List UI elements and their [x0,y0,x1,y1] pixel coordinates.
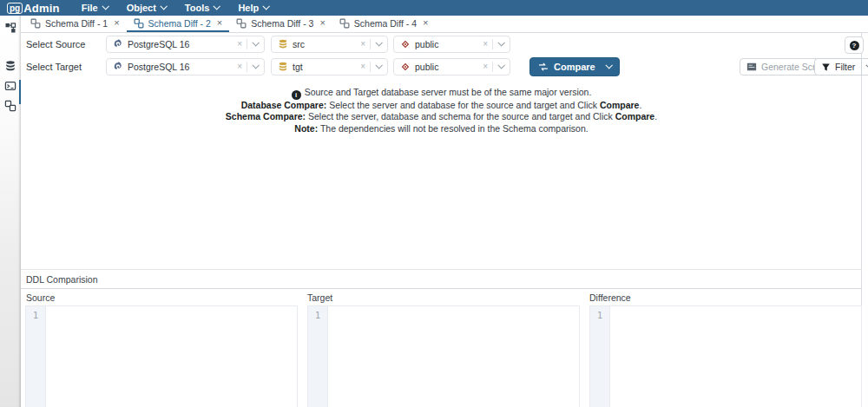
chevron-down-icon[interactable] [252,39,259,46]
compare-icon [538,62,549,72]
schema-diff-tab-icon [134,18,144,29]
menubar: pg Admin File Object Tools Help [0,0,868,16]
combo-value: PostgreSQL 16 [128,62,189,72]
schema-diff-instructions: iSource and Target database server must … [21,87,862,135]
chevron-down-icon[interactable] [375,62,382,69]
clear-icon[interactable]: × [237,40,242,49]
script-icon [746,62,757,72]
filter-button: Filter [814,58,868,75]
menu-file[interactable]: File [72,3,117,13]
combo-divider [247,39,247,49]
chevron-down-icon [160,3,167,10]
tab-label: Schema Diff - 4 [354,18,417,29]
clear-icon[interactable]: × [483,40,488,49]
combo-divider [370,62,371,72]
menu-list: File Object Tools Help [72,3,279,13]
clear-icon[interactable]: × [360,62,365,71]
chevron-down-icon[interactable] [252,62,259,69]
menu-tools[interactable]: Tools [175,3,229,13]
database-icon [278,39,288,49]
tab-bar: Schema Diff - 1 × Schema Diff - 2 × Sche… [21,16,868,33]
database-stack-icon[interactable] [4,60,16,72]
chevron-down-icon[interactable] [375,39,382,46]
object-explorer-icon[interactable] [4,22,16,34]
info-icon: i [292,90,301,100]
schema-icon [400,39,411,49]
source-database-select[interactable]: src × [271,36,388,53]
clear-icon[interactable]: × [483,62,488,71]
ddl-source-editor[interactable]: 1 [25,305,298,407]
close-icon[interactable]: × [319,18,325,28]
combo-divider [247,62,247,72]
chevron-down-icon [214,3,220,10]
ddl-comparison-header: DDL Comparision [21,270,862,289]
menu-object[interactable]: Object [117,3,175,13]
select-source-label: Select Source [26,39,85,49]
editor-content[interactable] [610,306,861,407]
instruction-line: Database Compare: Select the server and … [21,100,862,111]
chevron-down-icon[interactable] [497,39,504,46]
help-button[interactable]: ? [845,36,864,54]
target-schema-select[interactable]: public × [393,58,510,75]
line-number-gutter: 1 [26,306,46,407]
compare-button[interactable]: Compare [529,57,620,76]
close-icon[interactable]: × [114,18,119,28]
combo-value: PostgreSQL 16 [128,39,189,49]
combo-value: tgt [293,62,303,72]
terminal-icon[interactable] [4,80,16,92]
ddl-difference-label: Difference [589,292,631,303]
combo-divider [370,39,371,49]
source-schema-select[interactable]: public × [393,36,510,53]
line-number: 1 [33,311,38,320]
close-icon[interactable]: × [217,18,222,28]
filter-label: Filter [835,62,855,72]
source-server-select[interactable]: PostgreSQL 16 × [106,36,265,53]
chevron-down-icon [102,3,108,10]
filter-dropdown-button[interactable] [861,59,868,75]
tab-schema-diff-1[interactable]: Schema Diff - 1 × [23,16,127,32]
instruction-line: Note: The dependencies will not be resol… [21,123,862,135]
tab-schema-diff-2[interactable]: Schema Diff - 2 × [127,16,230,32]
tab-label: Schema Diff - 3 [251,18,313,29]
tab-schema-diff-4[interactable]: Schema Diff - 4 × [332,16,436,32]
close-icon[interactable]: × [423,18,428,28]
ddl-difference-editor[interactable]: 1 [589,305,862,407]
filter-icon [821,62,831,72]
help-icon: ? [850,41,859,50]
chevron-down-icon [263,3,270,10]
dock-sidebar [0,16,21,407]
schema-diff-tab-icon [236,18,247,29]
ddl-target-editor[interactable]: 1 [307,305,580,407]
menu-help[interactable]: Help [228,3,278,13]
select-target-label: Select Target [26,62,82,72]
target-server-select[interactable]: PostgreSQL 16 × [106,58,265,75]
clear-icon[interactable]: × [237,62,242,71]
chevron-down-icon[interactable] [605,62,612,69]
clear-icon[interactable]: × [360,40,365,49]
filter-main-button[interactable]: Filter [815,59,861,75]
ddl-source-label: Source [26,292,55,303]
pgadmin-logo: pg Admin [7,2,60,15]
editor-content[interactable] [328,306,579,407]
instruction-line: Schema Compare: Select the server, datab… [21,111,862,122]
editor-content[interactable] [46,306,297,407]
line-number: 1 [597,311,602,320]
database-icon [278,62,288,72]
pgadmin-window: pg Admin File Object Tools Help [0,0,868,407]
instruction-line: iSource and Target database server must … [21,87,862,100]
logo-admin-text: Admin [23,2,59,15]
combo-divider [492,39,493,49]
tab-label: Schema Diff - 1 [45,18,108,29]
target-database-select[interactable]: tgt × [271,58,388,75]
schema-diff-tab-icon [339,18,350,29]
schema-diff-tab-icon [30,18,41,29]
schema-diff-icon[interactable] [4,100,16,112]
tab-schema-diff-3[interactable]: Schema Diff - 3 × [229,16,332,32]
schema-icon [400,62,411,72]
line-number-gutter: 1 [308,306,328,407]
combo-divider [492,62,493,72]
logo-pg-badge: pg [7,3,23,14]
combo-value: src [293,39,305,49]
combo-value: public [415,39,438,49]
chevron-down-icon[interactable] [497,62,504,69]
